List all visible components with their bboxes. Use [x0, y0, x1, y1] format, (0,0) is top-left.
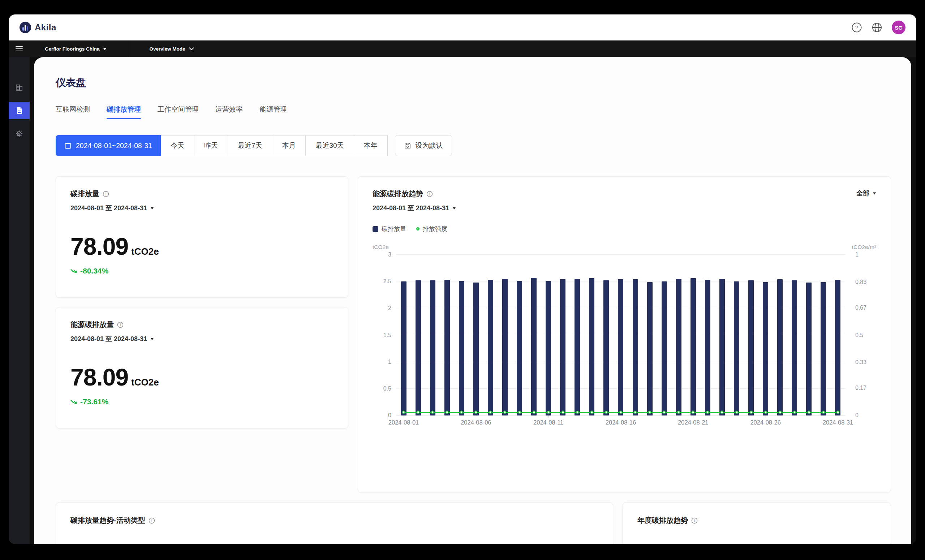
bar-slot — [570, 255, 585, 415]
chart-scope-selector[interactable]: 全部 — [856, 189, 876, 198]
preset-yesterday[interactable]: 昨天 — [194, 135, 228, 156]
carbon-emission-bar[interactable] — [531, 278, 536, 415]
set-default-button[interactable]: 设为默认 — [395, 135, 452, 156]
carbon-emission-bar[interactable] — [763, 282, 768, 415]
legend-item-carbon-emission[interactable]: 碳排放量 — [372, 225, 406, 233]
carbon-emission-bar[interactable] — [777, 279, 783, 415]
line-marker — [446, 411, 449, 414]
line-marker — [402, 411, 405, 414]
kpi-change-value: -80.34% — [80, 266, 108, 275]
carbon-emission-bar[interactable] — [748, 280, 754, 415]
svg-text:i: i — [120, 323, 121, 327]
carbon-emission-bar[interactable] — [502, 279, 508, 415]
carbon-emission-bar[interactable] — [792, 280, 797, 415]
tab-carbon-management[interactable]: 碳排放管理 — [107, 105, 141, 119]
carbon-emission-bar[interactable] — [719, 279, 725, 415]
preset-today[interactable]: 今天 — [161, 135, 194, 156]
preset-this-month[interactable]: 本月 — [272, 135, 306, 156]
carbon-emission-bar[interactable] — [705, 280, 710, 415]
carbon-emission-bar[interactable] — [488, 280, 493, 415]
x-axis-label: 2024-08-16 — [606, 419, 636, 426]
carbon-emission-bar[interactable] — [473, 283, 479, 415]
bar-slot — [802, 255, 816, 415]
line-marker — [663, 411, 666, 414]
info-icon[interactable]: i — [149, 517, 155, 524]
kpi-value: 78.09 — [71, 233, 128, 260]
mode-selector[interactable]: Overview Mode — [149, 46, 194, 52]
kpi-title: 碳排放量 — [71, 189, 99, 199]
carbon-emission-bar[interactable] — [618, 279, 623, 415]
left-axis-unit: tCO2e — [372, 244, 389, 250]
bar-slot — [497, 255, 512, 415]
preset-last-7-days[interactable]: 最近7天 — [228, 135, 273, 156]
dashboard-tabs: 互联网检测 碳排放管理 工作空间管理 运营效率 能源管理 — [56, 105, 891, 119]
sidebar-item-settings[interactable] — [9, 125, 30, 142]
carbon-emission-bar[interactable] — [430, 280, 435, 415]
org-selector[interactable]: Gerflor Floorings China — [45, 46, 107, 52]
sidebar-item-buildings[interactable] — [9, 79, 30, 96]
bar-swatch-icon — [372, 226, 378, 232]
preset-this-year[interactable]: 本年 — [354, 135, 388, 156]
carbon-emission-bar[interactable] — [661, 282, 667, 415]
carbon-emission-bar[interactable] — [560, 279, 565, 415]
carbon-emission-bar[interactable] — [633, 279, 638, 415]
carbon-emission-bar[interactable] — [517, 281, 522, 415]
carbon-emission-bar[interactable] — [459, 281, 464, 415]
sidebar-item-dashboard[interactable] — [9, 102, 30, 119]
carbon-emission-bar[interactable] — [401, 282, 407, 415]
carbon-emission-bar[interactable] — [545, 281, 551, 415]
tab-energy-management[interactable]: 能源管理 — [259, 105, 287, 119]
carbon-emission-bar[interactable] — [734, 282, 739, 415]
kpi-period-label: 2024-08-01 至 2024-08-31 — [71, 204, 147, 212]
info-icon[interactable]: i — [426, 191, 433, 197]
carbon-emission-bar[interactable] — [603, 280, 609, 415]
right-axis-tick: 0.17 — [855, 385, 866, 391]
carbon-emission-bar[interactable] — [806, 283, 812, 415]
tab-internet-monitoring[interactable]: 互联网检测 — [56, 105, 90, 119]
chart-title: 能源碳排放趋势 — [372, 189, 423, 199]
tab-workspace-management[interactable]: 工作空间管理 — [158, 105, 199, 119]
preset-last-30-days[interactable]: 最近30天 — [306, 135, 354, 156]
line-marker — [822, 411, 825, 414]
chevron-down-icon — [189, 47, 194, 50]
menu-hamburger-icon[interactable] — [15, 45, 23, 53]
tab-operational-efficiency[interactable]: 运营效率 — [215, 105, 243, 119]
x-axis-label: 2024-08-01 — [389, 419, 419, 426]
carbon-emission-bar[interactable] — [589, 278, 594, 415]
right-axis-tick: 0.5 — [855, 332, 863, 339]
info-icon[interactable]: i — [117, 322, 124, 328]
bar-slot — [657, 255, 671, 415]
carbon-emission-bar[interactable] — [416, 280, 421, 415]
carbon-emission-bar[interactable] — [574, 279, 580, 415]
carbon-emission-bar[interactable] — [647, 282, 652, 415]
kpi-period-selector[interactable]: 2024-08-01 至 2024-08-31 — [71, 334, 333, 343]
emission-trend-plot[interactable]: 00.511.522.5300.170.330.50.670.831 — [396, 255, 845, 415]
svg-text:i: i — [429, 192, 430, 196]
left-axis-tick: 0.5 — [371, 385, 391, 392]
bar-slot — [642, 255, 657, 415]
left-axis-tick: 3 — [371, 251, 391, 258]
info-icon[interactable]: i — [102, 191, 109, 197]
report-document-icon — [15, 107, 23, 114]
line-marker — [547, 411, 550, 414]
kpi-period-selector[interactable]: 2024-08-01 至 2024-08-31 — [71, 204, 333, 212]
svg-text:?: ? — [855, 24, 858, 30]
info-icon[interactable]: i — [691, 517, 698, 524]
chart-legend: 碳排放量 排放强度 — [372, 225, 876, 233]
kpi-title: 能源碳排放量 — [71, 320, 114, 330]
globe-icon[interactable] — [872, 22, 882, 33]
date-range-button[interactable]: 2024-08-01~2024-08-31 — [56, 135, 161, 156]
carbon-emission-bar[interactable] — [821, 282, 826, 415]
carbon-emission-bar[interactable] — [835, 280, 841, 415]
right-axis-tick: 0 — [855, 412, 859, 419]
user-avatar[interactable]: SG — [892, 21, 905, 34]
chart-period-selector[interactable]: 2024-08-01 至 2024-08-31 — [372, 204, 456, 212]
carbon-emission-bar[interactable] — [676, 279, 681, 415]
carbon-emission-bar[interactable] — [444, 280, 450, 415]
date-range-label: 2024-08-01~2024-08-31 — [76, 142, 152, 150]
line-marker — [518, 411, 521, 414]
carbon-emission-bar[interactable] — [690, 278, 696, 415]
legend-item-emission-intensity[interactable]: 排放强度 — [416, 225, 447, 233]
caret-down-icon — [453, 207, 456, 209]
help-icon[interactable]: ? — [851, 22, 862, 33]
